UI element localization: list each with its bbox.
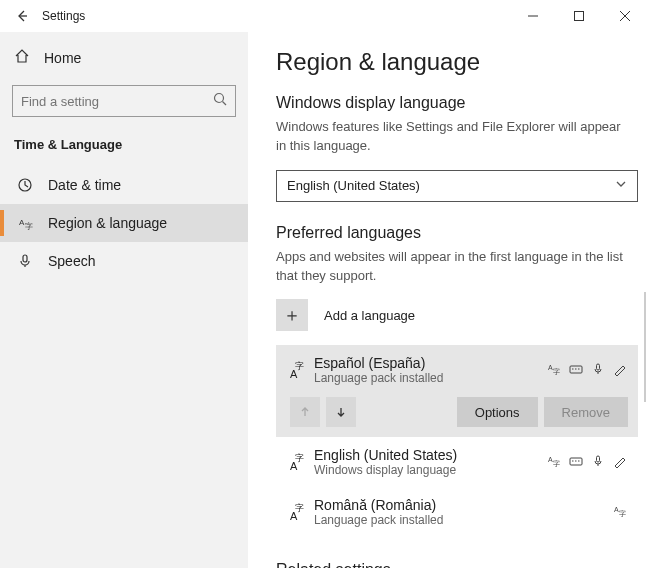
home-icon — [14, 48, 30, 67]
language-list: 字A Español (España) Language pack instal… — [276, 345, 638, 537]
titlebar: Settings — [0, 0, 648, 32]
speech-badge-icon — [590, 454, 606, 471]
search-icon — [213, 92, 227, 110]
clock-icon — [16, 177, 34, 193]
move-down-button[interactable] — [326, 397, 356, 427]
add-language-label: Add a language — [324, 308, 415, 323]
language-name: Español (España) — [314, 355, 546, 371]
microphone-icon — [16, 253, 34, 269]
tts-badge-icon: A字 — [612, 504, 628, 521]
language-icon: A字 — [16, 215, 34, 231]
main-content: Region & language Windows display langua… — [248, 32, 648, 568]
preferred-languages-heading: Preferred languages — [276, 224, 638, 242]
speech-badge-icon — [590, 362, 606, 379]
svg-text:A: A — [290, 460, 298, 472]
language-actions: Options Remove — [284, 397, 628, 427]
language-subtitle: Language pack installed — [314, 513, 612, 527]
handwriting-badge-icon — [612, 362, 628, 379]
svg-rect-1 — [575, 12, 584, 21]
chevron-down-icon — [615, 178, 627, 193]
close-button[interactable] — [602, 0, 648, 32]
language-features: A字 — [612, 504, 628, 521]
move-up-button[interactable] — [290, 397, 320, 427]
window-controls — [510, 0, 648, 32]
language-glyph-icon: 字A — [284, 501, 314, 523]
nav-item-label: Speech — [48, 253, 95, 269]
tts-badge-icon: A字 — [546, 362, 562, 379]
page-title: Region & language — [276, 48, 638, 76]
keyboard-badge-icon — [568, 454, 584, 471]
svg-text:字: 字 — [619, 510, 626, 517]
maximize-button[interactable] — [556, 0, 602, 32]
sidebar-category: Time & Language — [12, 137, 236, 152]
dropdown-value: English (United States) — [287, 178, 420, 193]
minimize-button[interactable] — [510, 0, 556, 32]
back-button[interactable] — [8, 2, 36, 30]
svg-rect-16 — [597, 364, 600, 370]
options-button[interactable]: Options — [457, 397, 538, 427]
remove-button[interactable]: Remove — [544, 397, 628, 427]
language-subtitle: Language pack installed — [314, 371, 546, 385]
add-language-button[interactable]: ＋ Add a language — [276, 299, 638, 331]
language-glyph-icon: 字A — [284, 359, 314, 381]
svg-line-5 — [223, 102, 227, 106]
nav-item-speech[interactable]: Speech — [0, 242, 248, 280]
nav-item-date-time[interactable]: Date & time — [0, 166, 248, 204]
language-item[interactable]: 字A English (United States) Windows displ… — [276, 437, 638, 487]
handwriting-badge-icon — [612, 454, 628, 471]
svg-text:字: 字 — [553, 460, 560, 467]
svg-rect-9 — [23, 255, 27, 262]
svg-text:字: 字 — [553, 368, 560, 375]
display-language-description: Windows features like Settings and File … — [276, 118, 638, 156]
nav-home-label: Home — [44, 50, 81, 66]
keyboard-badge-icon — [568, 362, 584, 379]
display-language-heading: Windows display language — [276, 94, 638, 112]
nav-item-region-language[interactable]: A字 Region & language — [0, 204, 248, 242]
sidebar: Home Time & Language Date & time A字 Regi… — [0, 32, 248, 568]
plus-icon: ＋ — [276, 299, 308, 331]
language-glyph-icon: 字A — [284, 451, 314, 473]
svg-text:字: 字 — [25, 222, 33, 231]
language-subtitle: Windows display language — [314, 463, 546, 477]
svg-rect-23 — [597, 456, 600, 462]
svg-text:A: A — [290, 510, 298, 522]
language-item[interactable]: 字A Español (España) Language pack instal… — [276, 345, 638, 437]
display-language-dropdown[interactable]: English (United States) — [276, 170, 638, 202]
language-features: A字 — [546, 454, 628, 471]
search-box[interactable] — [12, 85, 236, 117]
window-title: Settings — [42, 9, 510, 23]
related-settings-heading: Related settings — [276, 561, 638, 568]
search-input[interactable] — [21, 94, 213, 109]
preferred-languages-description: Apps and websites will appear in the fir… — [276, 248, 638, 286]
svg-text:A: A — [290, 368, 298, 380]
nav-item-label: Region & language — [48, 215, 167, 231]
nav-item-label: Date & time — [48, 177, 121, 193]
language-name: Română (România) — [314, 497, 612, 513]
tts-badge-icon: A字 — [546, 454, 562, 471]
nav-home[interactable]: Home — [12, 42, 236, 73]
arrow-left-icon — [15, 9, 29, 23]
language-features: A字 — [546, 362, 628, 379]
svg-point-4 — [215, 94, 224, 103]
scrollbar[interactable] — [644, 292, 646, 402]
language-item[interactable]: 字A Română (România) Language pack instal… — [276, 487, 638, 537]
language-name: English (United States) — [314, 447, 546, 463]
